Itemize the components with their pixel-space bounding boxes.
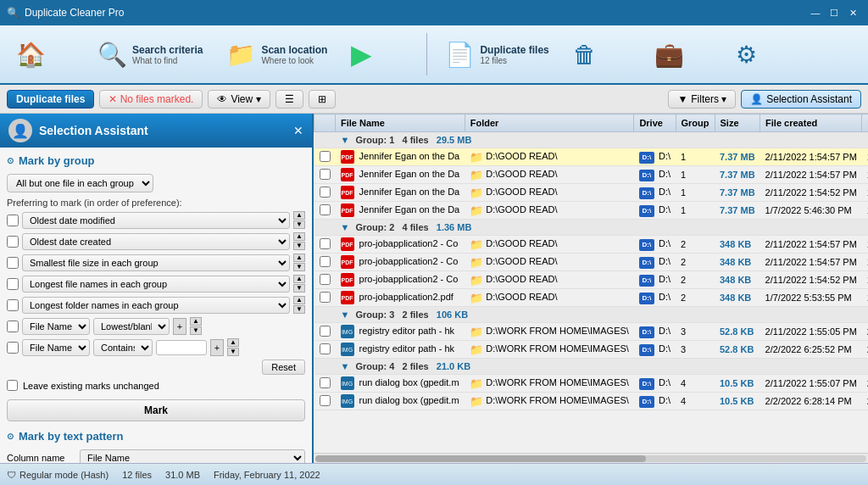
selection-assistant-button[interactable]: 👤 Selection Assistant: [741, 90, 861, 109]
pref-select-6a[interactable]: File Name: [22, 318, 90, 335]
file-group: 1: [676, 184, 715, 202]
settings-icon: ⚙: [736, 41, 757, 69]
table-row[interactable]: PDF pro-jobapplication2.pdf 📁D:\GOOD REA…: [314, 289, 869, 307]
export-button[interactable]: 💼: [645, 35, 721, 75]
maximize-button[interactable]: ☐: [826, 4, 843, 21]
file-checkbox[interactable]: [320, 151, 331, 162]
no-files-marked-button[interactable]: ✕ No files marked.: [99, 90, 203, 109]
home-button[interactable]: 🏠: [7, 35, 83, 75]
mark-button[interactable]: Mark: [7, 399, 305, 421]
mark-by-group-header[interactable]: ⊙ Mark by group: [7, 154, 305, 167]
pref-down-7[interactable]: ▼: [227, 348, 239, 356]
view-button[interactable]: 👁 View ▾: [208, 90, 270, 109]
file-checkbox[interactable]: [320, 169, 331, 180]
pref-plus-7[interactable]: +: [210, 339, 224, 356]
pref-checkbox-6[interactable]: [7, 321, 19, 332]
pref-checkbox-4[interactable]: [7, 278, 19, 290]
pref-down-4[interactable]: ▼: [293, 284, 305, 293]
pref-up-1[interactable]: ▲: [293, 211, 305, 220]
reset-button[interactable]: Reset: [262, 360, 305, 375]
file-checkbox[interactable]: [320, 343, 331, 354]
pref-select-7a[interactable]: File Name: [22, 339, 90, 356]
pref-checkbox-3[interactable]: [7, 257, 19, 269]
panel-close-button[interactable]: ✕: [293, 124, 303, 137]
file-checkbox[interactable]: [320, 274, 331, 285]
file-folder: 📁D:\WORK FROM HOME\IMAGES\: [465, 375, 634, 393]
minimize-button[interactable]: —: [807, 4, 824, 21]
pref-select-6b[interactable]: Lowest/blank: [93, 318, 170, 335]
pref-select-4[interactable]: Longest file names in each group: [22, 276, 290, 293]
pref-up-4[interactable]: ▲: [293, 275, 305, 283]
file-checkbox[interactable]: [320, 326, 331, 337]
pref-checkbox-5[interactable]: [7, 299, 19, 311]
pref-up-7[interactable]: ▲: [227, 338, 239, 347]
table-row[interactable]: IMG run dialog box (gpedit.m 📁D:\WORK FR…: [314, 393, 869, 410]
col-modified[interactable]: File m: [862, 114, 868, 132]
scan-location-button[interactable]: 📁 Scan location Where to look: [217, 35, 337, 75]
pdf-icon: PDF: [341, 273, 354, 287]
col-size[interactable]: Size: [715, 114, 760, 132]
table-row[interactable]: IMG run dialog box (gpedit.m 📁D:\WORK FR…: [314, 375, 869, 393]
settings-button[interactable]: ⚙: [726, 35, 803, 75]
col-created[interactable]: File created: [760, 114, 862, 132]
file-checkbox[interactable]: [320, 395, 331, 406]
column-name-select[interactable]: File Name: [80, 449, 305, 463]
table-row[interactable]: PDF pro-jobapplication2 - Co 📁D:\GOOD RE…: [314, 271, 869, 289]
pref-select-2[interactable]: Oldest date created: [22, 233, 290, 250]
table-row[interactable]: PDF pro-jobapplication2 - Co 📁D:\GOOD RE…: [314, 236, 869, 254]
col-folder[interactable]: Folder: [465, 114, 634, 132]
grid-view-button[interactable]: ⊞: [309, 90, 336, 109]
file-name: PDF Jennifer Egan on the Da: [336, 184, 465, 202]
pref-checkbox-2[interactable]: [7, 236, 19, 248]
file-checkbox[interactable]: [320, 187, 331, 198]
mark-by-text-header[interactable]: ⊙ Mark by text pattern: [7, 430, 305, 443]
leave-unchanged-checkbox[interactable]: [7, 380, 18, 391]
pref-down-6[interactable]: ▼: [190, 326, 202, 335]
pref-down-3[interactable]: ▼: [293, 263, 305, 271]
search-criteria-button[interactable]: 🔍 Search criteria What to find: [88, 35, 212, 75]
filters-button[interactable]: ▼ Filters ▾: [668, 90, 736, 109]
table-row[interactable]: IMG registry editor path - hk 📁D:\WORK F…: [314, 323, 869, 341]
file-checkbox[interactable]: [320, 238, 331, 249]
table-row[interactable]: PDF pro-jobapplication2 - Co 📁D:\GOOD RE…: [314, 254, 869, 271]
table-row[interactable]: PDF Jennifer Egan on the Da 📁D:\GOOD REA…: [314, 166, 869, 184]
duplicate-files-tab[interactable]: Duplicate files: [7, 90, 94, 109]
col-filename[interactable]: File Name: [336, 114, 465, 132]
list-view-button[interactable]: ☰: [275, 90, 303, 109]
col-group[interactable]: Group: [676, 114, 715, 132]
pref-down-2[interactable]: ▼: [293, 242, 305, 250]
pref-up-5[interactable]: ▲: [293, 296, 305, 304]
pref-select-1[interactable]: Oldest date modified: [22, 212, 290, 229]
pref-down-1[interactable]: ▼: [293, 220, 305, 229]
pref-up-3[interactable]: ▲: [293, 254, 305, 262]
file-drive: D:\ D:\: [634, 393, 676, 410]
pref-input-7[interactable]: [156, 340, 207, 355]
pref-up-2[interactable]: ▲: [293, 232, 305, 241]
file-checkbox[interactable]: [320, 256, 331, 267]
delete-button[interactable]: 🗑: [564, 35, 640, 75]
pref-down-5[interactable]: ▼: [293, 305, 305, 314]
table-row[interactable]: IMG registry editor path - hk 📁D:\WORK F…: [314, 341, 869, 359]
table-row[interactable]: PDF Jennifer Egan on the Da 📁D:\GOOD REA…: [314, 148, 869, 166]
file-checkbox[interactable]: [320, 292, 331, 303]
file-checkbox[interactable]: [320, 377, 331, 388]
pref-up-6[interactable]: ▲: [190, 317, 202, 326]
col-drive[interactable]: Drive: [634, 114, 676, 132]
pref-checkbox-7[interactable]: [7, 342, 19, 354]
pref-plus-6[interactable]: +: [173, 318, 186, 335]
folder-icon: 📁: [470, 326, 483, 338]
file-checkbox[interactable]: [320, 204, 331, 215]
table-row[interactable]: PDF Jennifer Egan on the Da 📁D:\GOOD REA…: [314, 184, 869, 202]
pref-select-3[interactable]: Smallest file size in each group: [22, 254, 290, 271]
pref-select-5[interactable]: Longest folder names in each group: [22, 297, 290, 314]
close-button[interactable]: ✕: [844, 4, 861, 21]
pref-checkbox-1[interactable]: [7, 215, 19, 226]
table-row[interactable]: PDF Jennifer Egan on the Da 📁D:\GOOD REA…: [314, 202, 869, 220]
pref-select-7b[interactable]: Contains: [93, 339, 153, 356]
file-modified: 1/7/20: [862, 166, 868, 184]
group-option-select[interactable]: All but one file in each group: [7, 174, 153, 192]
duplicate-files-button[interactable]: 📄 Duplicate files 12 files: [436, 35, 558, 75]
scan-button[interactable]: ▶: [342, 32, 418, 76]
horizontal-scrollbar[interactable]: [314, 453, 868, 463]
file-table[interactable]: File Name Folder Drive Group Size File c…: [314, 114, 868, 453]
